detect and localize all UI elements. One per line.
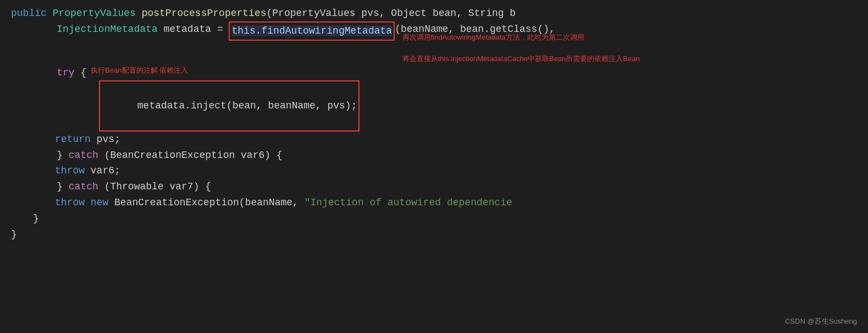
keyword-throw2: throw	[55, 195, 85, 211]
catch2-suffix: (Throwable var7) {	[98, 179, 211, 195]
close-method-brace: }	[11, 227, 17, 243]
watermark: CSDN @苏生Susheng	[785, 316, 857, 327]
inject-method-box: metadata.inject(bean, beanName, pvs);	[99, 80, 360, 131]
catch1-suffix: (BeanCreationException var6) {	[98, 148, 283, 163]
keyword-new: new	[85, 195, 108, 211]
catch2-prefix: }	[33, 179, 69, 195]
throw1-suffix: var6;	[85, 163, 120, 179]
keyword-return: return	[55, 132, 91, 148]
throw2-suffix: BeanCreationException(beanName,	[108, 195, 304, 211]
keyword-catch2: catch	[69, 179, 98, 195]
keyword-catch1: catch	[69, 148, 98, 163]
find-autowiring-box: this.findAutowiringMetadata	[229, 21, 395, 41]
code-line-try: try { 执行Bean配置的注解 依赖注入	[11, 65, 868, 81]
line2-indent	[11, 21, 57, 37]
keyword-throw1: throw	[55, 163, 85, 179]
code-line-inject: metadata.inject(bean, beanName, pvs);	[11, 80, 868, 131]
injection-string: "Injection of autowired dependencie	[305, 195, 512, 211]
keyword-public: public	[11, 6, 53, 21]
return-type: PropertyValues	[53, 6, 142, 21]
method-params: (PropertyValues pvs, Object bean, String…	[267, 6, 516, 21]
annotation-try: 执行Bean配置的注解 依赖注入	[91, 65, 188, 77]
code-line-catch1: } catch (BeanCreationException var6) {	[11, 148, 868, 163]
close-try-brace: }	[33, 211, 39, 227]
code-line-1: public PropertyValues postProcessPropert…	[11, 6, 868, 21]
code-line-return: return pvs;	[11, 132, 868, 148]
metadata-var: metadata =	[158, 21, 229, 37]
code-line-throw2: throw new BeanCreationException(beanName…	[11, 195, 868, 211]
code-line-blank1	[11, 41, 868, 65]
try-indent	[11, 65, 57, 81]
catch1-prefix: }	[33, 148, 69, 163]
injection-metadata-type: InjectionMetadata	[57, 21, 158, 37]
keyword-try: try	[57, 65, 74, 81]
inject-call: metadata.inject(bean, beanName, pvs);	[137, 100, 357, 111]
code-line-close-try: }	[11, 211, 868, 227]
return-suffix: pvs;	[91, 132, 120, 148]
find-autowiring-method: this.findAutowiringMetadata	[231, 25, 392, 36]
code-block: public PropertyValues postProcessPropert…	[0, 0, 868, 248]
try-brace: {	[75, 65, 87, 81]
code-line-throw1: throw var6;	[11, 163, 868, 179]
code-line-catch2: } catch (Throwable var7) {	[11, 179, 868, 195]
code-line-2: InjectionMetadata metadata = this.findAu…	[11, 21, 868, 41]
method-name: postProcessProperties	[142, 6, 267, 21]
code-line-close-method: }	[11, 227, 868, 243]
